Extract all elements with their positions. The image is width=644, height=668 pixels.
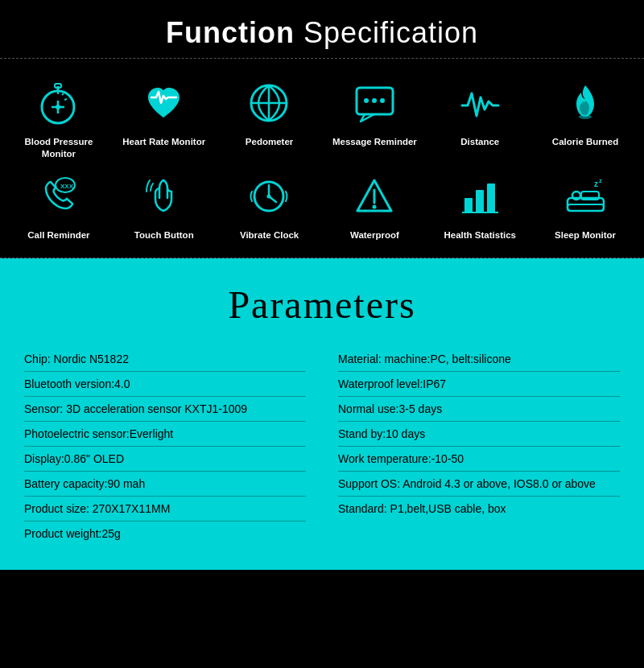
call-icon: XXX: [31, 168, 87, 225]
svg-text:z: z: [594, 179, 598, 188]
title-light: Specification: [295, 16, 478, 49]
feature-calorie: Calorie Burned: [535, 75, 636, 160]
param-item: Display:0.86" OLED: [24, 447, 306, 472]
feature-touch: Touch Button: [114, 168, 215, 241]
svg-point-15: [380, 98, 385, 103]
sleep-label: Sleep Monitor: [555, 229, 616, 241]
feature-health-stats: Health Statistics: [429, 168, 530, 241]
param-item: Material: machine:PC, belt:silicone: [338, 347, 620, 372]
feature-heart-rate: Heart Rate Monitor: [114, 75, 215, 160]
param-item: Bluetooth version:4.0: [24, 372, 306, 397]
svg-text:z: z: [599, 177, 602, 184]
param-item: Stand by:10 days: [338, 422, 620, 447]
svg-rect-25: [464, 198, 473, 212]
params-grid: Chip: Nordic N51822Bluetooth version:4.0…: [24, 347, 620, 546]
heart-rate-icon: [136, 75, 192, 131]
waterproof-label: Waterproof: [350, 229, 399, 241]
svg-line-8: [64, 99, 67, 100]
feature-distance: Distance: [429, 75, 530, 160]
param-item: Product size: 270X17X11MM: [24, 497, 306, 522]
params-title: Parameters: [24, 282, 620, 327]
vibrate-clock-icon: [242, 168, 298, 225]
svg-point-14: [372, 98, 377, 103]
svg-rect-27: [487, 183, 495, 212]
message-label: Message Reminder: [332, 136, 417, 148]
pedometer-label: Pedometer: [246, 136, 293, 148]
feature-sleep: z z Sleep Monitor: [535, 168, 636, 241]
param-item: Standard: P1,belt,USB cable, box: [338, 497, 620, 521]
param-item: Waterproof level:IP67: [338, 372, 620, 397]
param-item: Battery capacity:90 mah: [24, 472, 306, 497]
features-grid: Blood Pressure Monitor Heart Rate Monito…: [8, 75, 636, 241]
blood-pressure-icon: [31, 75, 87, 131]
call-label: Call Reminder: [27, 229, 89, 241]
param-item: Product weight:25g: [24, 522, 306, 546]
feature-blood-pressure: Blood Pressure Monitor: [8, 75, 109, 160]
feature-vibrate-clock: Vibrate Clock: [219, 168, 320, 241]
svg-point-5: [56, 105, 60, 109]
page-title: Function Specification: [0, 16, 644, 50]
svg-point-13: [364, 98, 369, 103]
svg-rect-2: [55, 84, 61, 88]
vibrate-clock-label: Vibrate Clock: [240, 229, 299, 241]
param-item: Chip: Nordic N51822: [24, 347, 306, 372]
calorie-icon: [557, 75, 613, 131]
title-bold: Function: [166, 16, 295, 49]
feature-call: XXX Call Reminder: [8, 168, 109, 241]
params-section: Parameters Chip: Nordic N51822Bluetooth …: [0, 258, 644, 570]
param-item: Normal use:3-5 days: [338, 397, 620, 422]
waterproof-icon: [346, 168, 402, 225]
param-item: Sensor: 3D acceleration sensor KXTJ1-100…: [24, 397, 306, 422]
health-stats-label: Health Statistics: [444, 229, 516, 241]
sleep-icon: z z: [557, 168, 613, 225]
feature-waterproof: Waterproof: [324, 168, 426, 241]
features-section: Blood Pressure Monitor Heart Rate Monito…: [0, 58, 644, 258]
svg-text:XXX: XXX: [60, 183, 74, 190]
svg-point-16: [579, 114, 592, 119]
touch-icon: [136, 168, 192, 225]
params-right-col: Material: machine:PC, belt:siliconeWater…: [338, 347, 620, 546]
param-item: Support OS: Android 4.3 or above, IOS8.0…: [338, 472, 620, 497]
svg-point-22: [267, 195, 271, 199]
heart-rate-label: Heart Rate Monitor: [122, 136, 205, 148]
health-stats-icon: [452, 168, 508, 225]
calorie-label: Calorie Burned: [552, 136, 618, 148]
pedometer-icon: [242, 75, 298, 131]
param-item: Work temperature:-10-50: [338, 447, 620, 472]
distance-label: Distance: [460, 136, 499, 148]
param-item: Photoelectric sensor:Everlight: [24, 422, 306, 447]
params-left-col: Chip: Nordic N51822Bluetooth version:4.0…: [24, 347, 306, 546]
svg-rect-26: [476, 190, 484, 212]
header-section: Function Specification: [0, 0, 644, 58]
feature-message: Message Reminder: [324, 75, 426, 160]
touch-label: Touch Button: [134, 229, 194, 241]
svg-point-24: [372, 205, 376, 209]
svg-line-7: [62, 93, 64, 95]
message-icon: [346, 75, 402, 131]
feature-pedometer: Pedometer: [219, 75, 320, 160]
blood-pressure-label: Blood Pressure Monitor: [8, 136, 109, 160]
distance-icon: [452, 75, 508, 131]
